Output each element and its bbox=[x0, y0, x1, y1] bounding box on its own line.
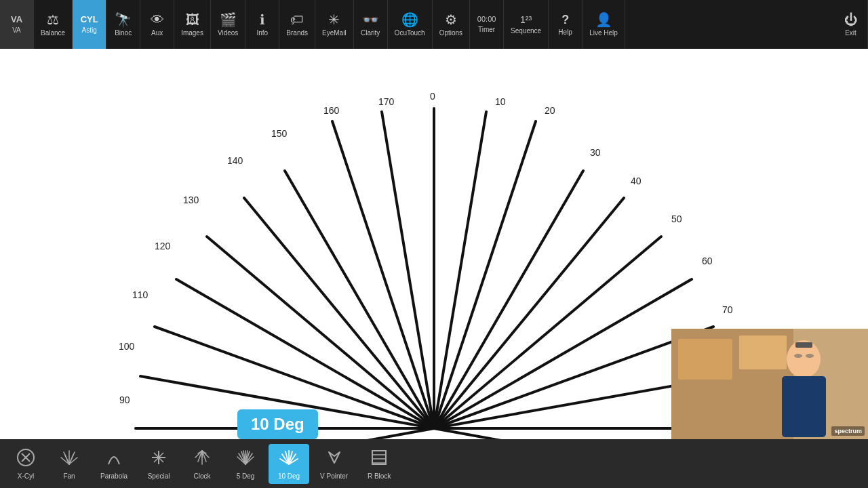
nav-brands[interactable]: 🏷 Brands bbox=[279, 0, 315, 49]
tool-5deg-label: 5 Deg bbox=[237, 472, 255, 480]
eyemail-icon: ✳ bbox=[328, 13, 340, 26]
label-0: 0 bbox=[430, 91, 435, 102]
nav-aux-label: Aux bbox=[151, 29, 163, 37]
tool-vpointer[interactable]: V Pointer bbox=[312, 444, 356, 484]
deg-badge: 10 Deg bbox=[237, 409, 318, 439]
clarity-icon: 👓 bbox=[362, 13, 379, 26]
label-110: 110 bbox=[132, 289, 149, 300]
tool-rblock-label: R Block bbox=[368, 472, 391, 480]
tool-clock-label: Clock bbox=[194, 472, 211, 480]
clock-icon bbox=[193, 448, 212, 470]
vpointer-icon bbox=[325, 448, 344, 470]
special-icon bbox=[149, 448, 168, 470]
nav-videos[interactable]: 🎬 Videos bbox=[211, 0, 245, 49]
svg-rect-23 bbox=[678, 339, 732, 380]
label-90l: 90 bbox=[119, 394, 130, 405]
nav-info[interactable]: ℹ Info bbox=[245, 0, 279, 49]
balance-icon: ⚖ bbox=[47, 13, 59, 26]
tool-x-cyl[interactable]: X-Cyl bbox=[5, 444, 46, 484]
nav-binoc[interactable]: 🔭 Binoc bbox=[106, 0, 140, 49]
nav-timer[interactable]: 00:00 Timer bbox=[470, 0, 504, 49]
tool-parabola[interactable]: Parabola bbox=[92, 444, 136, 484]
nav-clarity[interactable]: 👓 Clarity bbox=[354, 0, 388, 49]
ocutouch-icon: 🌐 bbox=[401, 13, 418, 26]
cyl-icon: CYL bbox=[81, 15, 98, 24]
svg-rect-68 bbox=[372, 451, 386, 464]
video-thumbnail: spectrum bbox=[671, 329, 868, 439]
nav-aux[interactable]: 👁 Aux bbox=[140, 0, 174, 49]
label-130: 130 bbox=[183, 195, 199, 205]
nav-livhelp-label: Live Help bbox=[589, 29, 618, 37]
nav-brands-label: Brands bbox=[286, 29, 308, 37]
tool-parabola-label: Parabola bbox=[100, 472, 127, 480]
livhelp-icon: 👤 bbox=[595, 13, 612, 26]
label-70r: 70 bbox=[722, 304, 733, 315]
nav-livhelp[interactable]: 👤 Live Help bbox=[583, 0, 625, 49]
label-100: 100 bbox=[119, 341, 135, 352]
nav-images-label: Images bbox=[181, 29, 203, 37]
tool-10deg[interactable]: 10 Deg bbox=[269, 444, 309, 484]
nav-cyl-label: Astig bbox=[82, 26, 97, 34]
tool-10deg-label: 10 Deg bbox=[278, 472, 300, 480]
svg-line-5 bbox=[434, 237, 661, 428]
svg-rect-26 bbox=[782, 376, 826, 437]
label-50r: 50 bbox=[671, 214, 682, 224]
nav-binoc-label: Binoc bbox=[115, 29, 132, 37]
nav-exit[interactable]: ⏻ Exit bbox=[834, 0, 868, 49]
main-content: 10 20 30 40 50 60 70 80 90 0 170 160 150… bbox=[0, 49, 868, 488]
label-140: 140 bbox=[227, 155, 243, 166]
nav-va-label: VA bbox=[12, 26, 21, 34]
sequence-icon: 1²³ bbox=[520, 15, 532, 24]
nav-eyemail[interactable]: ✳ EyeMail bbox=[315, 0, 354, 49]
nav-va[interactable]: VA VA bbox=[0, 0, 34, 49]
label-60r: 60 bbox=[702, 256, 713, 266]
video-thumb-inner: spectrum bbox=[671, 329, 868, 439]
svg-rect-29 bbox=[795, 342, 812, 348]
label-170: 170 bbox=[378, 96, 395, 107]
nav-options[interactable]: ⚙ Options bbox=[433, 0, 470, 49]
options-icon: ⚙ bbox=[445, 13, 457, 26]
videos-icon: 🎬 bbox=[220, 13, 237, 26]
help-icon: ? bbox=[561, 14, 569, 26]
nav-sequence[interactable]: 1²³ Sequence bbox=[504, 0, 549, 49]
svg-rect-24 bbox=[739, 336, 787, 369]
parabola-icon bbox=[104, 448, 123, 470]
5deg-icon bbox=[236, 448, 255, 470]
tool-special-label: Special bbox=[148, 472, 170, 480]
nav-cyl[interactable]: CYL Astig bbox=[73, 0, 106, 49]
nav-ocutouch[interactable]: 🌐 OcuTouch bbox=[388, 0, 433, 49]
tool-clock[interactable]: Clock bbox=[182, 444, 222, 484]
tool-rblock[interactable]: R Block bbox=[359, 444, 399, 484]
spectrum-watermark: spectrum bbox=[831, 426, 865, 436]
rblock-icon bbox=[370, 448, 389, 470]
nav-balance-label: Balance bbox=[41, 29, 65, 37]
nav-ocutouch-label: OcuTouch bbox=[395, 29, 425, 37]
nav-eyemail-label: EyeMail bbox=[322, 29, 347, 37]
bottom-toolbar: X-Cyl Fan bbox=[0, 439, 868, 488]
aux-icon: 👁 bbox=[151, 13, 164, 26]
nav-sequence-label: Sequence bbox=[511, 27, 541, 35]
nav-help[interactable]: ? Help bbox=[549, 0, 583, 49]
nav-images[interactable]: 🖼 Images bbox=[174, 0, 211, 49]
binoc-icon: 🔭 bbox=[115, 13, 132, 26]
svg-point-28 bbox=[806, 354, 814, 358]
tool-fan-label: Fan bbox=[63, 472, 75, 480]
label-20r: 20 bbox=[545, 105, 555, 116]
tool-fan[interactable]: Fan bbox=[49, 444, 90, 484]
top-navigation: VA VA ⚖ Balance CYL Astig 🔭 Binoc 👁 Aux … bbox=[0, 0, 868, 49]
exit-icon: ⏻ bbox=[844, 13, 858, 26]
svg-line-2 bbox=[434, 121, 536, 428]
tool-x-cyl-label: X-Cyl bbox=[18, 472, 34, 480]
svg-line-17 bbox=[332, 121, 434, 428]
nav-info-label: Info bbox=[257, 29, 269, 37]
label-120: 120 bbox=[155, 241, 171, 251]
tool-5deg[interactable]: 5 Deg bbox=[225, 444, 266, 484]
nav-timer-label: Timer bbox=[478, 26, 495, 33]
tool-vpointer-label: V Pointer bbox=[320, 472, 348, 480]
label-10r: 10 bbox=[495, 96, 506, 107]
nav-balance[interactable]: ⚖ Balance bbox=[34, 0, 73, 49]
tool-special[interactable]: Special bbox=[138, 444, 179, 484]
images-icon: 🖼 bbox=[186, 13, 199, 26]
label-30r: 30 bbox=[590, 147, 601, 158]
10deg-icon bbox=[279, 448, 298, 470]
